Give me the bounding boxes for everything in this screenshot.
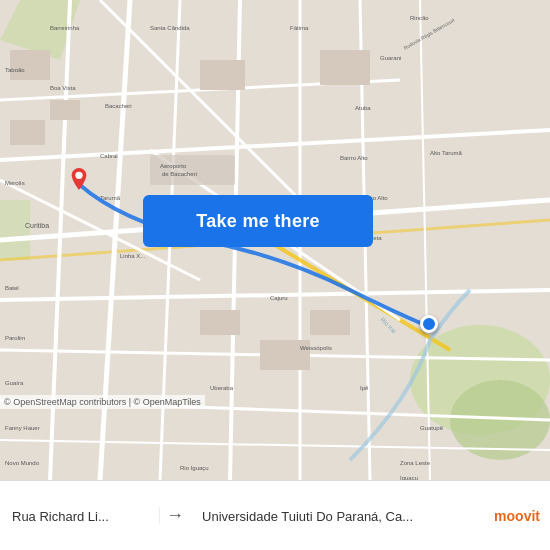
svg-text:Ipê: Ipê xyxy=(360,385,369,391)
svg-rect-27 xyxy=(200,60,245,90)
svg-rect-31 xyxy=(310,310,350,335)
svg-text:Batel: Batel xyxy=(5,285,19,291)
svg-text:Curitiba: Curitiba xyxy=(25,222,49,229)
to-section: Universidade Tuiuti Do Paraná, Ca... xyxy=(190,507,484,524)
svg-text:de Bacacheri: de Bacacheri xyxy=(162,171,197,177)
svg-text:Parolim: Parolim xyxy=(5,335,25,341)
svg-text:Aeroporto: Aeroporto xyxy=(160,163,187,169)
svg-text:Fátima: Fátima xyxy=(290,25,309,31)
svg-text:Rincão: Rincão xyxy=(410,15,429,21)
svg-text:Taboão: Taboão xyxy=(5,67,25,73)
svg-text:Uberaba: Uberaba xyxy=(210,385,234,391)
svg-rect-25 xyxy=(50,100,80,120)
svg-text:Cajuru: Cajuru xyxy=(270,295,288,301)
origin-pin xyxy=(68,168,90,196)
svg-text:Fanny Hauer: Fanny Hauer xyxy=(5,425,40,431)
svg-text:Alto Tarumã: Alto Tarumã xyxy=(430,150,463,156)
from-section: Rua Richard Li... xyxy=(0,507,160,524)
svg-rect-29 xyxy=(200,310,240,335)
svg-text:Guarani: Guarani xyxy=(380,55,401,61)
svg-text:Guatupê: Guatupê xyxy=(420,425,444,431)
moovit-brand: moovit xyxy=(494,508,540,524)
svg-point-69 xyxy=(75,172,82,179)
svg-text:Bacacheri: Bacacheri xyxy=(105,103,132,109)
svg-rect-24 xyxy=(10,120,45,145)
svg-rect-32 xyxy=(150,155,235,185)
svg-text:Atuba: Atuba xyxy=(355,105,371,111)
bottom-bar: Rua Richard Li... → Universidade Tuiuti … xyxy=(0,480,550,550)
svg-text:Boa Vista: Boa Vista xyxy=(50,85,76,91)
arrow-icon: → xyxy=(160,505,190,526)
svg-text:Santa Cândida: Santa Cândida xyxy=(150,25,190,31)
svg-text:Barreirinha: Barreirinha xyxy=(50,25,80,31)
map-container: Curitiba Pinhais Aeroporto de Bacacheri … xyxy=(0,0,550,480)
moovit-logo: moovit xyxy=(484,508,550,524)
svg-text:Cabral: Cabral xyxy=(100,153,118,159)
to-name: Universidade Tuiuti Do Paraná, Ca... xyxy=(202,509,472,524)
take-me-there-button[interactable]: Take me there xyxy=(143,195,373,247)
svg-text:Tarumã: Tarumã xyxy=(100,195,121,201)
svg-text:Linha X...: Linha X... xyxy=(120,253,146,259)
from-name: Rua Richard Li... xyxy=(12,509,147,524)
svg-text:Guaíra: Guaíra xyxy=(5,380,24,386)
svg-text:Rio Iguaçu: Rio Iguaçu xyxy=(180,465,209,471)
svg-text:Zona Leste: Zona Leste xyxy=(400,460,431,466)
svg-rect-4 xyxy=(0,200,30,260)
svg-text:Novo Mundo: Novo Mundo xyxy=(5,460,40,466)
svg-text:Mercês: Mercês xyxy=(5,180,25,186)
svg-text:Bairro Alto: Bairro Alto xyxy=(340,155,368,161)
svg-rect-28 xyxy=(320,50,370,85)
osm-credit: © OpenStreetMap contributors | © OpenMap… xyxy=(0,395,205,409)
destination-dot xyxy=(420,315,438,333)
svg-text:Weissópolis: Weissópolis xyxy=(300,345,332,351)
svg-rect-26 xyxy=(10,50,50,80)
